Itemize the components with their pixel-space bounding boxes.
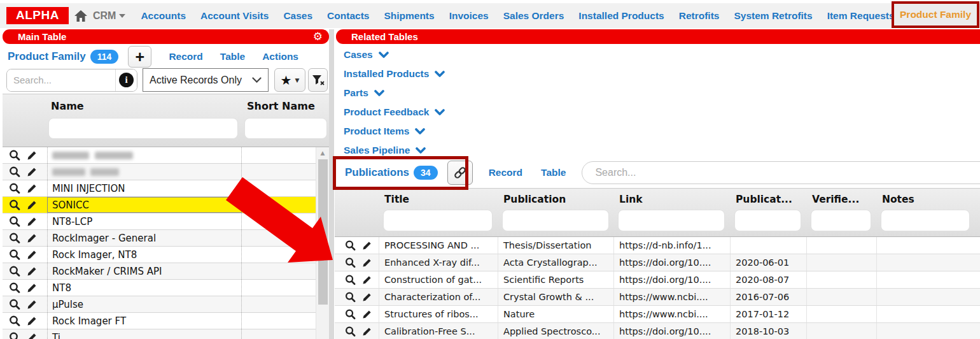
panel-splitter[interactable] xyxy=(329,29,334,339)
pencil-icon[interactable] xyxy=(27,217,37,227)
pencil-icon[interactable] xyxy=(362,327,372,336)
publication-filter-input[interactable] xyxy=(502,210,609,231)
pencil-icon[interactable] xyxy=(362,275,372,285)
magnifier-icon[interactable] xyxy=(8,249,21,261)
pencil-icon[interactable] xyxy=(27,167,37,177)
pencil-icon[interactable] xyxy=(27,283,37,293)
date-filter-input[interactable] xyxy=(734,210,801,231)
magnifier-icon[interactable] xyxy=(8,232,21,245)
table-row[interactable]: Rock Imager, NT8 xyxy=(3,247,329,263)
pencil-icon[interactable] xyxy=(27,333,37,339)
nav-item-contacts[interactable]: Contacts xyxy=(327,10,369,22)
table-row[interactable]: Enhanced X-ray dif... Acta Crystallograp… xyxy=(335,254,980,271)
column-header-notes[interactable]: Notes xyxy=(882,194,914,205)
table-row[interactable] xyxy=(3,164,329,180)
nav-item-installed-products[interactable]: Installed Products xyxy=(578,10,664,22)
publications-search-input[interactable] xyxy=(582,161,980,184)
table-row[interactable]: NT8-LCP xyxy=(3,213,329,230)
column-header-short-name[interactable]: Short Name xyxy=(247,100,315,112)
table-row[interactable]: Rock Imager FT xyxy=(3,313,329,329)
table-row[interactable]: µPulse xyxy=(3,296,329,313)
section-parts[interactable]: Parts xyxy=(344,83,445,103)
table-title[interactable]: Product Family xyxy=(8,50,86,63)
column-header-link[interactable]: Link xyxy=(619,194,643,205)
brand-logo[interactable]: ALPHA xyxy=(6,7,69,24)
gear-icon[interactable]: ⚙ xyxy=(313,31,323,42)
menu-table[interactable]: Table xyxy=(220,51,245,62)
magnifier-icon[interactable] xyxy=(344,291,356,303)
nav-item-system-retrofits[interactable]: System Retrofits xyxy=(734,10,812,22)
table-row[interactable]: Characterization of... Crystal Growth & … xyxy=(335,289,980,306)
publications-title[interactable]: Publications xyxy=(345,166,409,179)
nav-item-cases[interactable]: Cases xyxy=(283,10,312,22)
magnifier-icon[interactable] xyxy=(8,315,21,328)
pencil-icon[interactable] xyxy=(27,299,37,310)
records-filter-select[interactable]: Active Records Only xyxy=(143,68,269,92)
pencil-icon[interactable] xyxy=(27,200,37,210)
table-row[interactable]: NT8 xyxy=(3,280,329,296)
pencil-icon[interactable] xyxy=(362,241,372,250)
magnifier-icon[interactable] xyxy=(8,331,21,339)
table-row[interactable] xyxy=(3,147,329,164)
table-row[interactable]: Structures of ribos... Nature https://ww… xyxy=(335,306,980,323)
magnifier-icon[interactable] xyxy=(8,199,21,212)
nav-item-retrofits[interactable]: Retrofits xyxy=(679,10,720,22)
add-record-button[interactable]: + xyxy=(128,46,151,68)
clear-filter-button[interactable] xyxy=(308,68,328,92)
magnifier-icon[interactable] xyxy=(344,308,356,321)
magnifier-icon[interactable] xyxy=(8,282,21,294)
section-installed-products[interactable]: Installed Products xyxy=(344,64,445,83)
home-icon[interactable] xyxy=(74,10,88,22)
link-filter-input[interactable] xyxy=(618,210,725,231)
magnifier-icon[interactable] xyxy=(344,257,356,269)
nav-item-accounts[interactable]: Accounts xyxy=(141,10,186,22)
magnifier-icon[interactable] xyxy=(8,215,21,228)
verified-filter-input[interactable] xyxy=(811,210,871,231)
nav-item-item-requests[interactable]: Item Requests xyxy=(827,10,895,22)
publications-menu-record[interactable]: Record xyxy=(489,167,522,178)
column-header-title[interactable]: Title xyxy=(384,194,409,205)
column-header-verified[interactable]: Verifie... xyxy=(812,194,859,205)
table-row-selected[interactable]: SONICC xyxy=(3,197,329,213)
table-row[interactable]: Calibration-Free S... Applied Spectrosco… xyxy=(335,323,980,339)
section-sales-pipeline[interactable]: Sales Pipeline xyxy=(344,141,445,160)
table-row[interactable]: PROCESSING AND ... Thesis/Dissertation h… xyxy=(335,237,980,254)
name-filter-input[interactable] xyxy=(48,118,238,139)
title-filter-input[interactable] xyxy=(383,210,493,231)
nav-item-shipments[interactable]: Shipments xyxy=(384,10,434,22)
magnifier-icon[interactable] xyxy=(344,274,356,286)
magnifier-icon[interactable] xyxy=(344,240,356,252)
pencil-icon[interactable] xyxy=(362,258,372,268)
pencil-icon[interactable] xyxy=(27,316,37,326)
pencil-icon[interactable] xyxy=(362,310,372,319)
favorites-button[interactable]: ★ ▼ xyxy=(274,68,305,92)
vertical-scrollbar[interactable]: ▲ xyxy=(316,147,329,339)
pencil-icon[interactable] xyxy=(27,250,37,260)
section-product-items[interactable]: Product Items xyxy=(344,122,445,141)
nav-item-product-family-highlighted[interactable]: Product Family xyxy=(892,1,979,28)
search-info-button[interactable]: i xyxy=(115,69,137,91)
section-cases[interactable]: Cases xyxy=(344,45,445,64)
pencil-icon[interactable] xyxy=(27,150,37,161)
column-header-publication[interactable]: Publication xyxy=(503,194,566,205)
table-row[interactable]: RockImager - General xyxy=(3,230,329,247)
table-row[interactable]: Construction of gat... Scientific Report… xyxy=(335,271,980,289)
pencil-icon[interactable] xyxy=(362,292,372,302)
pencil-icon[interactable] xyxy=(27,184,37,194)
scrollbar-thumb[interactable] xyxy=(318,159,328,305)
magnifier-icon[interactable] xyxy=(8,298,21,311)
magnifier-icon[interactable] xyxy=(344,326,356,338)
notes-filter-input[interactable] xyxy=(881,210,970,231)
magnifier-icon[interactable] xyxy=(8,182,21,195)
magnifier-icon[interactable] xyxy=(8,149,21,162)
table-row[interactable]: RockMaker / CRIMS API xyxy=(3,263,329,280)
table-row[interactable]: Ti xyxy=(3,329,329,339)
magnifier-icon[interactable] xyxy=(8,265,21,278)
menu-actions[interactable]: Actions xyxy=(262,51,298,62)
nav-item-sales-orders[interactable]: Sales Orders xyxy=(503,10,564,22)
column-header-name[interactable]: Name xyxy=(51,100,84,112)
pencil-icon[interactable] xyxy=(27,233,37,243)
scroll-up-icon[interactable]: ▲ xyxy=(316,147,329,158)
short-name-filter-input[interactable] xyxy=(244,118,327,139)
publications-menu-table[interactable]: Table xyxy=(541,167,566,178)
